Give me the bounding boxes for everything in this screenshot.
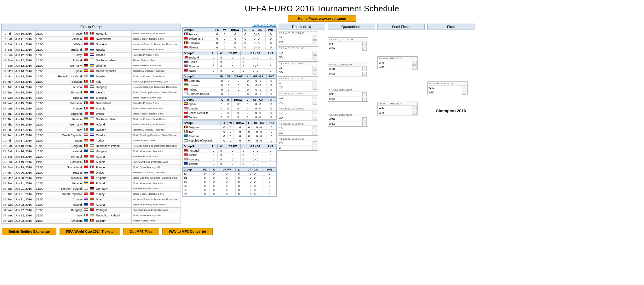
bottom-button[interactable]: Cut MP3 Files: [123, 228, 159, 235]
group-cell: Germany: [183, 79, 218, 83]
home-page-button[interactable]: Home Page: www.excely.com: [288, 15, 356, 22]
match-num: 15: [2, 106, 7, 111]
match-team-label: W40: [329, 118, 362, 121]
venue: Stade Pierre-Mauroy, Lille: [132, 95, 181, 101]
team1-name: Iceland: [46, 202, 83, 208]
list-item: England00000 - 00: [183, 55, 276, 60]
group-cell: 0: [221, 41, 228, 45]
group-cell: 0: [240, 148, 246, 153]
match-team-row: 2C: [278, 40, 318, 45]
match-score-cell: [412, 65, 417, 70]
group-cell: Ukraine: [183, 83, 218, 87]
group-cell: 0: [266, 115, 276, 120]
group-cell: 0: [240, 64, 246, 69]
match-score-cell: [313, 111, 317, 115]
group-header-cell: GF - GA: [246, 144, 265, 148]
venue: Stade Vélodrome, Marseille: [132, 149, 181, 154]
bottom-button[interactable]: FIFA World Cup 2014 Tickets: [60, 228, 120, 235]
match-date: Jun 15, 2016: [14, 106, 35, 111]
group-header-cell: DRAW: [228, 28, 243, 32]
team1-name: Russia: [46, 170, 83, 176]
venue: Stade de France, Saint-Denis: [132, 31, 181, 36]
match-team-row: 1A: [278, 126, 318, 131]
group-cell: 0: [209, 64, 218, 69]
list-item: Iceland00000 - 00: [183, 162, 276, 166]
match-team-row: W38: [328, 67, 368, 71]
group-cell: 0: [221, 32, 228, 36]
team1-flag: [83, 95, 89, 101]
match-date: Jun 21, 2016: [14, 186, 35, 192]
match-score-cell: [362, 97, 367, 101]
group-cell: 0: [267, 125, 276, 130]
group-cell: 0: [236, 176, 242, 180]
group-cell: 0 - 0: [248, 41, 265, 45]
match-header: 43 Jun 27, 2016 18:00: [278, 107, 318, 111]
match-score-cell: [362, 67, 367, 71]
team1-name: Iceland: [46, 149, 83, 154]
list-item: Poland00000 - 00: [183, 87, 276, 92]
match-date: Jun 22, 2016: [14, 213, 35, 218]
group-cell: 0: [225, 106, 232, 111]
group-cell: 0 - 0: [242, 176, 263, 180]
team2-flag: [89, 111, 95, 117]
list-item: Turkey00000 - 00: [183, 115, 276, 120]
match-header: 51 Jul 10, 2016 21:00: [428, 82, 467, 86]
bottom-button[interactable]: Betfair Betting Exchange: [2, 228, 56, 235]
group-cell: 0: [218, 92, 226, 96]
match-day: Wed: [7, 202, 14, 208]
venue: Nouveau Stade de Bordeaux, Bordeaux: [132, 85, 181, 90]
group-cell: 0: [225, 148, 240, 153]
group-cell: 0: [218, 79, 226, 83]
match-time: 21:00: [35, 122, 46, 127]
group-cell: 0: [218, 111, 225, 115]
table-row: 4 Sat Jun 11, 2016 21:00 England Russia …: [2, 47, 181, 53]
group-cell: 0: [263, 192, 276, 196]
group-cell: 0: [265, 148, 276, 153]
match-date: Jun 14, 2016: [14, 85, 35, 90]
match-block: 37 Jun 25, 2016 15:002A2C: [278, 31, 318, 45]
group-cell: 0: [233, 134, 246, 138]
team2-name: Czech Republic: [95, 69, 132, 74]
group-cell: 0: [209, 153, 218, 157]
list-item: Wales00000 - 00: [183, 69, 276, 73]
group-cell: 0: [218, 60, 225, 64]
group-header-cell: Group C: [183, 75, 218, 79]
group-cell: Croatia: [183, 106, 218, 111]
match-score-cell: [412, 106, 417, 110]
match-time: 18:00: [35, 149, 46, 154]
group-cell: 0 - 0: [246, 148, 265, 153]
match-team-label: 3C: [279, 131, 313, 134]
team2-name: Hungary: [95, 149, 132, 154]
match-num: 25: [2, 159, 7, 165]
table-row: 14 Wed Jun 15, 2016 18:00 Romania Switze…: [2, 101, 181, 106]
match-team-row: W45: [378, 60, 417, 65]
group-cell: 0: [263, 184, 276, 188]
group-cell: Switzerland: [183, 36, 213, 41]
table-row: 28 Mon Jun 20, 2016 21:00 Slovakia Engla…: [2, 176, 181, 181]
match-team-row: W47: [378, 106, 417, 110]
team1-flag: [83, 170, 89, 176]
group-cell: 0 - 0: [242, 188, 263, 192]
match-block: 40 Jun 26, 2016 15:001A3C: [278, 122, 318, 136]
team2-flag: [89, 36, 95, 42]
venue: Stade Pierre-Mauroy, Lille: [132, 165, 181, 170]
team1-flag: [83, 138, 89, 143]
table-row: 1 Fri Jun 10, 2016 21:00 France Romania …: [2, 31, 181, 36]
match-team-row: W39: [328, 46, 368, 51]
group-cell: 0: [243, 45, 248, 50]
match-date: Jun 18, 2016: [14, 143, 35, 149]
group-cell: 0: [221, 138, 227, 143]
group-cell: 0: [209, 157, 218, 162]
bottom-button[interactable]: WAV to MP3 Converter: [162, 228, 213, 235]
match-time: 21:00: [35, 138, 46, 143]
group-cell: 0: [245, 106, 250, 111]
list-item: Romania00000 - 00: [183, 41, 276, 45]
group-header-cell: L: [245, 75, 250, 79]
team1-flag: [83, 69, 89, 74]
match-block: 49 Jul 6, 2016 21:00W45W46: [377, 56, 418, 70]
language-link[interactable]: Language: English: [182, 24, 277, 27]
match-day: Wed: [7, 208, 14, 213]
match-num: 32: [2, 197, 7, 202]
match-team-label: W47: [379, 106, 412, 109]
match-date: Jun 22, 2016: [14, 208, 35, 213]
